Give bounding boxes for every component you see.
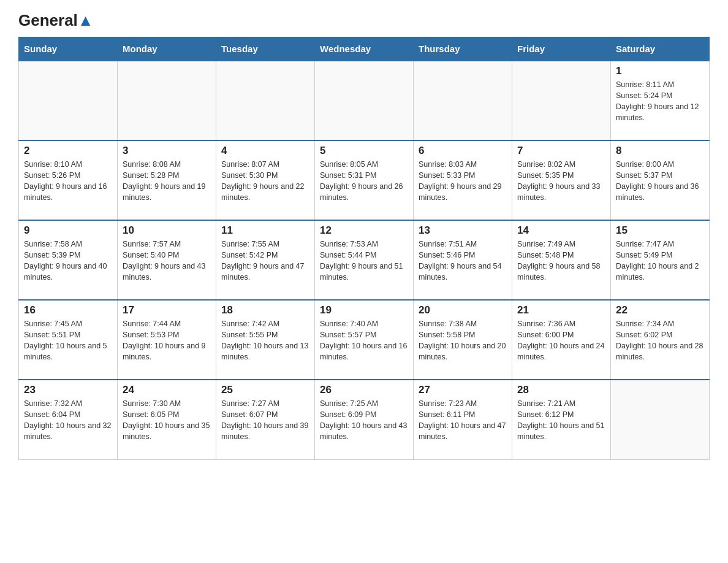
- day-info: Sunrise: 7:51 AM Sunset: 5:46 PM Dayligh…: [419, 239, 507, 283]
- day-info: Sunrise: 8:00 AM Sunset: 5:37 PM Dayligh…: [616, 159, 704, 204]
- day-number: 22: [616, 304, 704, 316]
- day-info: Sunrise: 7:36 AM Sunset: 6:00 PM Dayligh…: [517, 318, 605, 363]
- day-number: 4: [221, 145, 309, 157]
- day-number: 11: [221, 224, 309, 237]
- day-info: Sunrise: 7:44 AM Sunset: 5:53 PM Dayligh…: [123, 318, 211, 363]
- calendar-header-row: SundayMondayTuesdayWednesdayThursdayFrid…: [19, 37, 710, 61]
- calendar-week-row: 23Sunrise: 7:32 AM Sunset: 6:04 PM Dayli…: [19, 380, 710, 459]
- day-info: Sunrise: 7:38 AM Sunset: 5:58 PM Dayligh…: [419, 318, 507, 363]
- day-header-tuesday: Tuesday: [216, 37, 315, 61]
- calendar-table: SundayMondayTuesdayWednesdayThursdayFrid…: [18, 37, 710, 460]
- day-number: 2: [24, 145, 112, 157]
- calendar-cell: [315, 61, 414, 140]
- calendar-cell: 12Sunrise: 7:53 AM Sunset: 5:44 PM Dayli…: [315, 220, 414, 300]
- day-info: Sunrise: 7:55 AM Sunset: 5:42 PM Dayligh…: [221, 239, 309, 283]
- calendar-cell: 5Sunrise: 8:05 AM Sunset: 5:31 PM Daylig…: [315, 140, 414, 220]
- day-info: Sunrise: 7:32 AM Sunset: 6:04 PM Dayligh…: [24, 398, 112, 443]
- calendar-cell: 21Sunrise: 7:36 AM Sunset: 6:00 PM Dayli…: [512, 300, 611, 380]
- calendar-cell: 25Sunrise: 7:27 AM Sunset: 6:07 PM Dayli…: [216, 380, 315, 459]
- day-number: 6: [419, 145, 507, 157]
- day-number: 3: [123, 145, 211, 157]
- day-info: Sunrise: 7:34 AM Sunset: 6:02 PM Dayligh…: [616, 318, 704, 363]
- day-info: Sunrise: 7:25 AM Sunset: 6:09 PM Dayligh…: [320, 398, 408, 443]
- calendar-cell: 28Sunrise: 7:21 AM Sunset: 6:12 PM Dayli…: [512, 380, 611, 459]
- day-number: 25: [221, 384, 309, 396]
- calendar-cell: [512, 61, 611, 140]
- day-number: 9: [24, 224, 112, 237]
- calendar-cell: 10Sunrise: 7:57 AM Sunset: 5:40 PM Dayli…: [118, 220, 216, 300]
- day-number: 27: [419, 384, 507, 396]
- day-info: Sunrise: 7:27 AM Sunset: 6:07 PM Dayligh…: [221, 398, 309, 443]
- calendar-cell: 17Sunrise: 7:44 AM Sunset: 5:53 PM Dayli…: [118, 300, 216, 380]
- calendar-cell: 15Sunrise: 7:47 AM Sunset: 5:49 PM Dayli…: [611, 220, 710, 300]
- day-number: 12: [320, 224, 408, 237]
- day-info: Sunrise: 7:49 AM Sunset: 5:48 PM Dayligh…: [517, 239, 605, 283]
- logo-blue-text: ▲: [78, 11, 94, 29]
- calendar-cell: 2Sunrise: 8:10 AM Sunset: 5:26 PM Daylig…: [19, 140, 118, 220]
- calendar-week-row: 2Sunrise: 8:10 AM Sunset: 5:26 PM Daylig…: [19, 140, 710, 220]
- day-number: 24: [123, 384, 211, 396]
- calendar-week-row: 1Sunrise: 8:11 AM Sunset: 5:24 PM Daylig…: [19, 61, 710, 140]
- calendar-cell: 19Sunrise: 7:40 AM Sunset: 5:57 PM Dayli…: [315, 300, 414, 380]
- day-number: 1: [616, 65, 704, 77]
- calendar-cell: 7Sunrise: 8:02 AM Sunset: 5:35 PM Daylig…: [512, 140, 611, 220]
- day-info: Sunrise: 7:23 AM Sunset: 6:11 PM Dayligh…: [419, 398, 507, 443]
- day-number: 18: [221, 304, 309, 316]
- day-info: Sunrise: 7:21 AM Sunset: 6:12 PM Dayligh…: [517, 398, 605, 443]
- logo: General▲: [18, 12, 94, 27]
- day-number: 10: [123, 224, 211, 237]
- day-number: 7: [517, 145, 605, 157]
- day-info: Sunrise: 7:53 AM Sunset: 5:44 PM Dayligh…: [320, 239, 408, 283]
- day-info: Sunrise: 7:30 AM Sunset: 6:05 PM Dayligh…: [123, 398, 211, 443]
- calendar-cell: [118, 61, 216, 140]
- day-info: Sunrise: 7:40 AM Sunset: 5:57 PM Dayligh…: [320, 318, 408, 363]
- day-info: Sunrise: 7:45 AM Sunset: 5:51 PM Dayligh…: [24, 318, 112, 363]
- logo-top: General▲: [18, 12, 94, 28]
- day-info: Sunrise: 8:11 AM Sunset: 5:24 PM Dayligh…: [616, 79, 704, 124]
- calendar-cell: 13Sunrise: 7:51 AM Sunset: 5:46 PM Dayli…: [414, 220, 512, 300]
- day-header-sunday: Sunday: [19, 37, 118, 61]
- day-info: Sunrise: 7:42 AM Sunset: 5:55 PM Dayligh…: [221, 318, 309, 363]
- calendar-cell: [611, 380, 710, 459]
- day-info: Sunrise: 8:03 AM Sunset: 5:33 PM Dayligh…: [419, 159, 507, 204]
- day-info: Sunrise: 7:57 AM Sunset: 5:40 PM Dayligh…: [123, 239, 211, 283]
- day-number: 14: [517, 224, 605, 237]
- calendar-cell: 3Sunrise: 8:08 AM Sunset: 5:28 PM Daylig…: [118, 140, 216, 220]
- day-header-friday: Friday: [512, 37, 611, 61]
- calendar-cell: 9Sunrise: 7:58 AM Sunset: 5:39 PM Daylig…: [19, 220, 118, 300]
- calendar-cell: 1Sunrise: 8:11 AM Sunset: 5:24 PM Daylig…: [611, 61, 710, 140]
- page-header: General▲: [18, 12, 710, 27]
- calendar-cell: 27Sunrise: 7:23 AM Sunset: 6:11 PM Dayli…: [414, 380, 512, 459]
- calendar-week-row: 9Sunrise: 7:58 AM Sunset: 5:39 PM Daylig…: [19, 220, 710, 300]
- day-number: 19: [320, 304, 408, 316]
- day-number: 17: [123, 304, 211, 316]
- calendar-week-row: 16Sunrise: 7:45 AM Sunset: 5:51 PM Dayli…: [19, 300, 710, 380]
- calendar-cell: 11Sunrise: 7:55 AM Sunset: 5:42 PM Dayli…: [216, 220, 315, 300]
- calendar-cell: 26Sunrise: 7:25 AM Sunset: 6:09 PM Dayli…: [315, 380, 414, 459]
- day-info: Sunrise: 8:10 AM Sunset: 5:26 PM Dayligh…: [24, 159, 112, 204]
- day-header-wednesday: Wednesday: [315, 37, 414, 61]
- day-number: 8: [616, 145, 704, 157]
- day-info: Sunrise: 7:58 AM Sunset: 5:39 PM Dayligh…: [24, 239, 112, 283]
- day-number: 26: [320, 384, 408, 396]
- day-number: 21: [517, 304, 605, 316]
- day-number: 13: [419, 224, 507, 237]
- calendar-cell: 8Sunrise: 8:00 AM Sunset: 5:37 PM Daylig…: [611, 140, 710, 220]
- calendar-cell: 6Sunrise: 8:03 AM Sunset: 5:33 PM Daylig…: [414, 140, 512, 220]
- calendar-cell: 4Sunrise: 8:07 AM Sunset: 5:30 PM Daylig…: [216, 140, 315, 220]
- day-number: 5: [320, 145, 408, 157]
- calendar-cell: 22Sunrise: 7:34 AM Sunset: 6:02 PM Dayli…: [611, 300, 710, 380]
- day-number: 23: [24, 384, 112, 396]
- calendar-cell: [19, 61, 118, 140]
- calendar-cell: 14Sunrise: 7:49 AM Sunset: 5:48 PM Dayli…: [512, 220, 611, 300]
- calendar-cell: 23Sunrise: 7:32 AM Sunset: 6:04 PM Dayli…: [19, 380, 118, 459]
- day-number: 28: [517, 384, 605, 396]
- calendar-cell: [414, 61, 512, 140]
- calendar-cell: [216, 61, 315, 140]
- day-info: Sunrise: 8:07 AM Sunset: 5:30 PM Dayligh…: [221, 159, 309, 204]
- calendar-cell: 24Sunrise: 7:30 AM Sunset: 6:05 PM Dayli…: [118, 380, 216, 459]
- day-info: Sunrise: 8:02 AM Sunset: 5:35 PM Dayligh…: [517, 159, 605, 204]
- day-info: Sunrise: 8:05 AM Sunset: 5:31 PM Dayligh…: [320, 159, 408, 204]
- day-header-monday: Monday: [118, 37, 216, 61]
- calendar-cell: 16Sunrise: 7:45 AM Sunset: 5:51 PM Dayli…: [19, 300, 118, 380]
